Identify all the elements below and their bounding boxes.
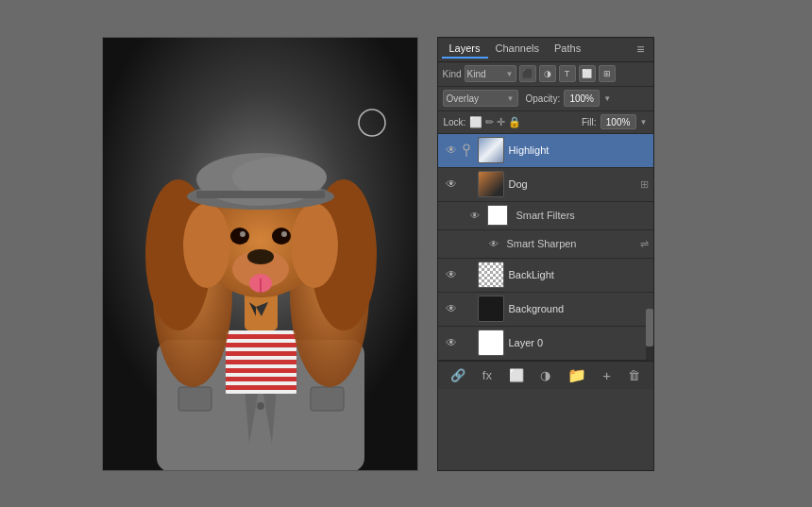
- link-layers-icon[interactable]: 🔗: [450, 368, 465, 382]
- svg-rect-11: [226, 330, 296, 334]
- layer-name-dog: Dog: [509, 178, 637, 190]
- layer-thumb-dog: [478, 171, 504, 197]
- svg-rect-25: [226, 390, 296, 394]
- sub-layer-smart-filters[interactable]: 👁 Smart Filters: [438, 202, 653, 230]
- layer-item-layer0[interactable]: 👁 Layer 0: [438, 327, 653, 361]
- layers-bottom-toolbar: 🔗 fx ⬜ ◑ 📁 + 🗑: [438, 361, 653, 389]
- tab-paths[interactable]: Paths: [547, 40, 588, 59]
- layer-fx-icon[interactable]: fx: [482, 368, 492, 382]
- layer-item-highlight[interactable]: 👁 Highlight: [438, 134, 653, 168]
- canvas-area: [102, 37, 418, 471]
- layer-thumb-highlight: [478, 137, 504, 163]
- layer-name-highlight: Highlight: [509, 144, 649, 156]
- svg-point-49: [464, 144, 469, 150]
- sub-layer-thumb-smart-filters: [487, 205, 508, 226]
- smart-sharpen-adjust-icon[interactable]: ⇌: [640, 238, 649, 250]
- blend-opacity-row: Overlay ▼ Opacity: 100% ▼: [438, 87, 653, 111]
- canvas-image[interactable]: [102, 37, 418, 471]
- layers-scrollbar-track[interactable]: [646, 309, 653, 361]
- layer-visibility-dog[interactable]: 👁: [443, 176, 460, 193]
- workspace: Layers Channels Paths ≡ Kind Kind ▼ ⬛ ◑ …: [0, 0, 812, 507]
- filter-kind-row: Kind Kind ▼ ⬛ ◑ T ⬜ ⊞: [438, 62, 653, 87]
- svg-rect-18: [226, 360, 296, 364]
- panel-menu-button[interactable]: ≡: [632, 40, 649, 59]
- kind-label: Kind: [443, 69, 462, 79]
- svg-rect-14: [226, 343, 296, 347]
- layer-thumb-backlight: [478, 262, 504, 288]
- opacity-label: Opacity:: [526, 93, 561, 104]
- filter-icon-shape[interactable]: ⬜: [579, 65, 596, 82]
- adjustment-layer-icon[interactable]: ◑: [540, 368, 550, 382]
- layers-panel: Layers Channels Paths ≡ Kind Kind ▼ ⬛ ◑ …: [437, 37, 654, 471]
- svg-rect-16: [226, 351, 296, 356]
- layer-visibility-backlight[interactable]: 👁: [443, 266, 460, 283]
- sub-layer-name-smart-filters: Smart Filters: [516, 210, 575, 221]
- lock-all-icon[interactable]: 🔒: [508, 116, 521, 128]
- svg-point-6: [257, 402, 264, 410]
- layer-name-background: Background: [509, 303, 649, 314]
- fill-label: Fill:: [582, 117, 597, 127]
- svg-point-41: [281, 231, 287, 237]
- layers-scrollbar-thumb[interactable]: [646, 309, 653, 346]
- fill-value[interactable]: 100%: [601, 114, 636, 129]
- new-layer-icon[interactable]: +: [602, 367, 611, 383]
- svg-rect-12: [226, 334, 296, 339]
- kind-dropdown[interactable]: Kind ▼: [465, 65, 516, 82]
- kind-dropdown-chevron: ▼: [506, 70, 514, 78]
- filter-icon-adjust[interactable]: ◑: [539, 65, 556, 82]
- lock-move-icon[interactable]: ✛: [497, 116, 505, 128]
- svg-rect-20: [226, 368, 296, 373]
- filter-icon-pixel[interactable]: ⬛: [519, 65, 536, 82]
- blend-dropdown-chevron: ▼: [507, 94, 515, 103]
- sub-layer-smart-sharpen[interactable]: 👁 Smart Sharpen ⇌: [438, 230, 653, 259]
- layer-name-backlight: BackLight: [509, 269, 649, 280]
- layer-item-dog[interactable]: 👁 Dog ⊞: [438, 168, 653, 202]
- lock-icons-group: ⬜ ✏ ✛ 🔒: [469, 116, 521, 128]
- smart-sharpen-eye-icon[interactable]: 👁: [485, 235, 502, 252]
- svg-rect-7: [178, 387, 211, 411]
- new-group-icon[interactable]: 📁: [567, 366, 586, 384]
- delete-layer-icon[interactable]: 🗑: [628, 368, 640, 382]
- svg-rect-8: [311, 387, 344, 411]
- layer-thumb-background: [478, 296, 504, 322]
- opacity-chevron: ▼: [603, 94, 611, 103]
- panel-tabs: Layers Channels Paths ≡: [438, 38, 653, 62]
- layer-visibility-background[interactable]: 👁: [443, 300, 460, 317]
- svg-rect-47: [196, 191, 325, 198]
- svg-point-35: [247, 249, 274, 264]
- svg-rect-23: [226, 381, 296, 385]
- layer-item-backlight[interactable]: 👁 BackLight: [438, 259, 653, 293]
- layer-name-layer0: Layer 0: [509, 337, 649, 348]
- opacity-value[interactable]: 100%: [564, 90, 600, 107]
- filter-icon-smart[interactable]: ⊞: [599, 65, 616, 82]
- svg-point-43: [291, 203, 338, 288]
- layer-chain-highlight: [460, 144, 473, 157]
- filter-icons-group: ⬛ ◑ T ⬜ ⊞: [519, 65, 616, 82]
- layer-visibility-layer0[interactable]: 👁: [443, 334, 460, 351]
- svg-point-40: [240, 231, 245, 237]
- blend-mode-dropdown[interactable]: Overlay ▼: [443, 90, 518, 107]
- svg-rect-13: [226, 339, 296, 343]
- tab-layers[interactable]: Layers: [442, 40, 488, 59]
- layer-visibility-highlight[interactable]: 👁: [443, 142, 460, 159]
- fill-chevron: ▼: [640, 118, 648, 127]
- svg-rect-19: [226, 364, 296, 368]
- sub-layer-name-smart-sharpen: Smart Sharpen: [507, 238, 577, 249]
- svg-rect-17: [226, 356, 296, 360]
- svg-rect-21: [226, 373, 296, 377]
- layers-list: 👁 Highlight 👁 Dog ⊞ 👁: [438, 134, 653, 361]
- svg-point-42: [183, 203, 230, 288]
- layer-item-background[interactable]: 👁 Background: [438, 293, 653, 327]
- smart-filters-eye-icon[interactable]: 👁: [466, 207, 483, 224]
- lock-pixels-icon[interactable]: ⬜: [469, 116, 482, 128]
- lock-label: Lock:: [444, 117, 466, 127]
- lock-fill-row: Lock: ⬜ ✏ ✛ 🔒 Fill: 100% ▼: [438, 111, 653, 134]
- tab-channels[interactable]: Channels: [488, 40, 547, 59]
- svg-rect-24: [226, 385, 296, 390]
- filter-icon-text[interactable]: T: [559, 65, 576, 82]
- svg-point-38: [230, 228, 249, 245]
- lock-position-icon[interactable]: ✏: [485, 116, 494, 128]
- svg-rect-22: [226, 377, 296, 381]
- layer-smart-object-icon: ⊞: [640, 178, 649, 191]
- add-mask-icon[interactable]: ⬜: [509, 368, 524, 382]
